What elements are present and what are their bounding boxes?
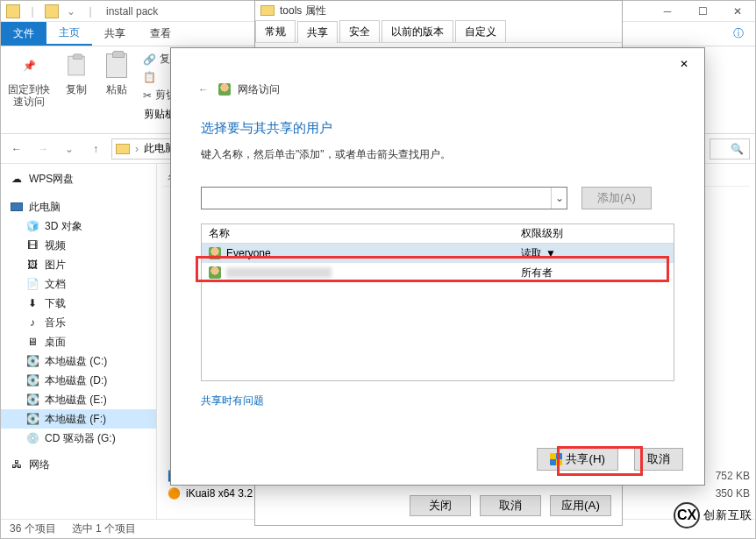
qat-dropdown[interactable]: ⌄ bbox=[64, 4, 78, 18]
window-title: install pack bbox=[106, 5, 158, 18]
dialog-title: 选择要与其共享的用户 bbox=[171, 97, 704, 137]
dialog-breadcrumb: 网络访问 bbox=[238, 82, 280, 97]
qat-separator: | bbox=[83, 4, 97, 18]
prop-cancel-button[interactable]: 取消 bbox=[480, 495, 541, 516]
prop-close-button[interactable]: 关闭 bbox=[410, 495, 471, 516]
user-icon bbox=[209, 247, 221, 259]
folder-icon bbox=[260, 5, 275, 16]
music-icon: ♪ bbox=[25, 316, 39, 330]
drive-icon: 💽 bbox=[25, 373, 39, 387]
watermark-logo: CX bbox=[674, 502, 700, 528]
pin-icon: 📌 bbox=[15, 52, 43, 80]
tree-music[interactable]: ♪音乐 bbox=[1, 313, 156, 332]
prop-tab-share[interactable]: 共享 bbox=[297, 21, 338, 43]
permissions-grid: 名称 权限级别 Everyone 读取▼ 所有者 bbox=[201, 223, 674, 381]
scissors-icon: ✂ bbox=[143, 89, 152, 102]
close-button[interactable]: ✕ bbox=[720, 1, 755, 22]
dialog-hint: 键入名称，然后单击"添加"，或者单击箭头查找用户。 bbox=[171, 137, 704, 162]
maximize-button[interactable]: ☐ bbox=[685, 1, 720, 22]
nav-tree: ☁WPS网盘 此电脑 🧊3D 对象 🎞视频 🖼图片 📄文档 ⬇下载 ♪音乐 🖥桌… bbox=[1, 164, 157, 519]
tree-desktop[interactable]: 🖥桌面 bbox=[1, 332, 156, 351]
tab-file[interactable]: 文件 bbox=[1, 22, 46, 46]
user-icon bbox=[209, 266, 221, 279]
tab-view[interactable]: 查看 bbox=[138, 22, 183, 46]
watermark: CX 创新互联 bbox=[674, 502, 752, 528]
dialog-close-button[interactable]: ✕ bbox=[671, 53, 697, 74]
tree-network[interactable]: 🖧网络 bbox=[1, 455, 156, 474]
folder-icon bbox=[116, 144, 130, 154]
col-perm[interactable]: 权限级别 bbox=[517, 226, 674, 241]
cube-icon: 🧊 bbox=[25, 219, 39, 233]
status-items-count: 36 个项目 bbox=[10, 521, 56, 536]
tree-disk-e[interactable]: 💽本地磁盘 (E:) bbox=[1, 390, 156, 409]
paste-icon bbox=[103, 52, 131, 80]
tree-3d[interactable]: 🧊3D 对象 bbox=[1, 216, 156, 236]
desktop-icon: 🖥 bbox=[25, 335, 39, 349]
minimize-button[interactable]: ─ bbox=[650, 1, 685, 22]
copy-icon bbox=[62, 52, 90, 80]
back-button[interactable]: ← bbox=[6, 138, 27, 160]
cloud-icon: ☁ bbox=[10, 172, 24, 186]
status-selected: 选中 1 个项目 bbox=[72, 521, 136, 536]
folder-icon bbox=[45, 4, 59, 18]
video-icon: 🎞 bbox=[25, 238, 39, 252]
drive-icon: 💽 bbox=[25, 393, 39, 407]
cancel-button[interactable]: 取消 bbox=[634, 448, 683, 471]
picture-icon: 🖼 bbox=[25, 258, 39, 272]
tab-share[interactable]: 共享 bbox=[92, 22, 138, 46]
drive-icon: 💽 bbox=[25, 354, 39, 368]
pin-button[interactable]: 📌 固定到快 速访问 bbox=[8, 52, 50, 108]
tree-pc[interactable]: 此电脑 bbox=[1, 197, 156, 216]
download-icon: ⬇ bbox=[25, 296, 39, 310]
prop-tab-prev[interactable]: 以前的版本 bbox=[382, 20, 453, 42]
grid-row-owner[interactable]: 所有者 bbox=[202, 263, 674, 282]
app-icon: 🟠 bbox=[168, 487, 181, 500]
recent-dropdown[interactable]: ⌄ bbox=[59, 138, 80, 160]
chevron-down-icon[interactable]: ⌄ bbox=[551, 188, 567, 209]
prop-tab-security[interactable]: 安全 bbox=[339, 20, 380, 42]
share-button[interactable]: 共享(H) bbox=[537, 448, 618, 471]
pc-icon bbox=[10, 200, 24, 214]
users-icon bbox=[218, 83, 231, 96]
prop-tab-general[interactable]: 常规 bbox=[255, 20, 296, 42]
tree-wps[interactable]: ☁WPS网盘 bbox=[1, 169, 156, 188]
tree-downloads[interactable]: ⬇下载 bbox=[1, 294, 156, 313]
copy-button[interactable]: 复制 bbox=[62, 52, 90, 96]
cd-icon: 💿 bbox=[25, 431, 39, 445]
prop-tab-custom[interactable]: 自定义 bbox=[455, 20, 506, 42]
up-button[interactable]: ↑ bbox=[85, 138, 106, 160]
tree-cd[interactable]: 💿CD 驱动器 (G:) bbox=[1, 429, 156, 448]
search-icon: 🔍 bbox=[731, 143, 744, 155]
ribbon-collapse[interactable]: ⓘ bbox=[729, 22, 755, 46]
user-input[interactable] bbox=[202, 188, 551, 208]
folder-icon bbox=[6, 4, 20, 18]
search-input[interactable]: 🔍 bbox=[710, 138, 750, 160]
tree-videos[interactable]: 🎞视频 bbox=[1, 236, 156, 255]
col-name[interactable]: 名称 bbox=[202, 226, 517, 241]
chevron-down-icon[interactable]: ▼ bbox=[546, 247, 556, 259]
tree-disk-f[interactable]: 💽本地磁盘 (F:) bbox=[1, 409, 156, 429]
qat-separator: | bbox=[25, 4, 39, 18]
add-button[interactable]: 添加(A) bbox=[581, 187, 652, 209]
document-icon: 📄 bbox=[25, 277, 39, 291]
back-icon[interactable]: ← bbox=[196, 82, 211, 97]
shortcut-icon: 📋 bbox=[143, 71, 156, 83]
help-link[interactable]: 共享时有问题 bbox=[171, 381, 264, 408]
tree-disk-d[interactable]: 💽本地磁盘 (D:) bbox=[1, 371, 156, 390]
forward-button[interactable]: → bbox=[32, 138, 53, 160]
paste-button[interactable]: 粘贴 bbox=[103, 52, 131, 96]
tree-pictures[interactable]: 🖼图片 bbox=[1, 255, 156, 274]
grid-row-everyone[interactable]: Everyone 读取▼ bbox=[202, 244, 674, 263]
properties-title: tools 属性 bbox=[255, 1, 622, 20]
prop-apply-button[interactable]: 应用(A) bbox=[550, 495, 611, 516]
shield-icon bbox=[550, 453, 562, 465]
drive-icon: 💽 bbox=[25, 412, 39, 426]
link-icon: 🔗 bbox=[143, 53, 156, 66]
tree-documents[interactable]: 📄文档 bbox=[1, 274, 156, 294]
user-input-combo[interactable]: ⌄ bbox=[201, 187, 567, 209]
tree-disk-c[interactable]: 💽本地磁盘 (C:) bbox=[1, 351, 156, 371]
network-icon: 🖧 bbox=[10, 457, 24, 472]
tab-home[interactable]: 主页 bbox=[46, 22, 92, 46]
